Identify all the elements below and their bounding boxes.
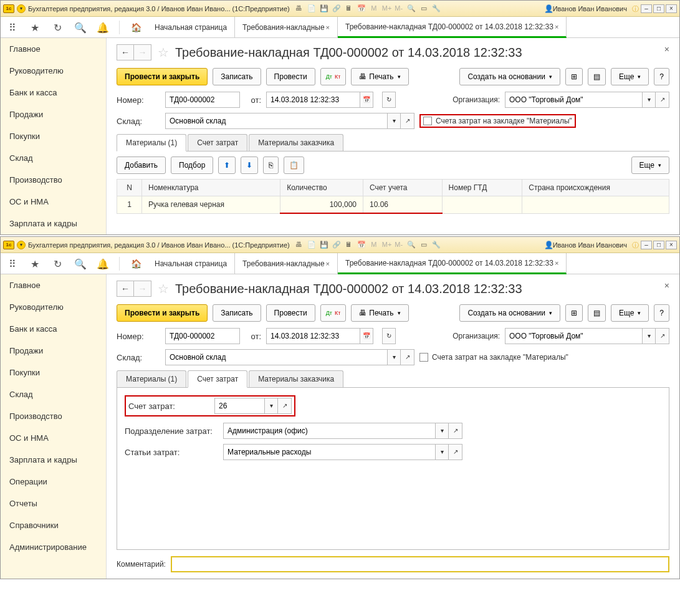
m-plus-icon[interactable]: M+ (382, 4, 391, 13)
open-icon[interactable]: ↗ (278, 398, 292, 414)
search-icon[interactable]: 🔍 (74, 258, 85, 269)
post-button[interactable]: Провести (266, 304, 315, 322)
cell-acct[interactable]: 10.06 (363, 196, 443, 214)
maximize-button[interactable]: □ (653, 4, 664, 13)
minimize-button[interactable]: – (641, 241, 652, 249)
post-and-close-button[interactable]: Провести и закрыть (117, 68, 208, 85)
sidebar-item-production[interactable]: Производство (1, 405, 106, 427)
minimize-button[interactable]: – (641, 4, 652, 13)
dropdown-icon[interactable]: ▾ (17, 241, 26, 249)
favorite-icon[interactable]: ☆ (158, 281, 169, 296)
info-icon[interactable]: ⓘ (631, 4, 639, 13)
apps-icon[interactable]: ⠿ (7, 258, 18, 269)
org-input[interactable] (505, 328, 642, 344)
calendar-icon[interactable]: 📅 (357, 4, 366, 13)
print-icon[interactable]: 🖶 (295, 241, 304, 249)
tab-cost[interactable]: Счет затрат (188, 370, 247, 388)
print-icon[interactable]: 🖶 (295, 4, 304, 13)
number-input[interactable] (165, 92, 240, 108)
dropdown-icon[interactable]: ▾ (435, 444, 449, 460)
post-button[interactable]: Провести (266, 68, 315, 85)
sidebar-item-reports[interactable]: Отчеты (1, 493, 106, 514)
refresh-icon[interactable]: ↻ (382, 92, 396, 108)
star-icon[interactable]: ★ (29, 258, 41, 269)
maximize-button[interactable]: □ (653, 241, 664, 249)
sidebar-item-admin[interactable]: Администрирование (1, 536, 106, 558)
dropdown-icon[interactable]: ▾ (642, 92, 656, 108)
m-icon[interactable]: M (370, 4, 378, 13)
table-more-button[interactable]: Еще▾ (631, 156, 669, 174)
close-tab-icon[interactable]: × (555, 259, 558, 267)
open-icon[interactable]: ↗ (401, 113, 414, 129)
open-icon[interactable]: ↗ (401, 349, 414, 365)
col-item[interactable]: Номенклатура (142, 180, 280, 196)
copy-button[interactable]: ⎘ (263, 156, 279, 174)
sidebar-item-production[interactable]: Производство (1, 169, 106, 191)
m-icon[interactable]: M (370, 241, 378, 249)
sidebar-item-warehouse[interactable]: Склад (1, 147, 106, 169)
apps-icon[interactable]: ⠿ (7, 22, 18, 33)
dtkt-button[interactable]: ДтКт (320, 68, 347, 85)
sidebar-item-operations[interactable]: Операции (1, 471, 106, 493)
user-name[interactable]: Иванов Иван Иванович (553, 5, 627, 12)
dropdown-icon[interactable]: ▾ (387, 113, 401, 129)
dropdown-icon[interactable]: ▾ (435, 423, 449, 439)
sidebar-item-sales[interactable]: Продажи (1, 340, 106, 362)
info-icon[interactable]: ⓘ (631, 241, 639, 249)
help-button[interactable]: ? (654, 304, 669, 322)
cost-item-input[interactable] (223, 444, 435, 460)
tab-materials[interactable]: Материалы (1) (117, 134, 186, 152)
link-icon[interactable]: 🔗 (332, 4, 341, 13)
save-icon[interactable]: 💾 (320, 241, 328, 249)
move-down-button[interactable]: ⬇ (241, 156, 258, 174)
sidebar-item-bank[interactable]: Банк и касса (1, 82, 106, 103)
panel-icon[interactable]: ▭ (419, 241, 428, 249)
structure-button[interactable]: ⊞ (565, 68, 583, 85)
dropdown-icon[interactable]: ▾ (264, 398, 278, 414)
sidebar-item-main[interactable]: Главное (1, 274, 106, 296)
calendar-picker-icon[interactable]: 📅 (360, 92, 373, 108)
sidebar-item-assets[interactable]: ОС и НМА (1, 427, 106, 449)
report-button[interactable]: ▤ (588, 68, 606, 85)
help-button[interactable]: ? (654, 68, 669, 85)
history-icon[interactable]: ↻ (52, 22, 63, 33)
cell-item[interactable]: Ручка гелевая черная (142, 196, 280, 214)
doc-icon[interactable]: 📄 (307, 241, 316, 249)
sidebar-item-manager[interactable]: Руководителю (1, 296, 106, 318)
table-row[interactable]: 1 Ручка гелевая черная 100,000 10.06 (117, 196, 669, 214)
tab-requisitions[interactable]: Требования-накладные× (235, 17, 338, 38)
col-gtd[interactable]: Номер ГТД (442, 180, 522, 196)
sidebar-item-warehouse[interactable]: Склад (1, 383, 106, 405)
close-tab-icon[interactable]: × (555, 23, 558, 31)
comment-input[interactable] (171, 556, 669, 572)
sidebar-item-purchases[interactable]: Покупки (1, 362, 106, 383)
back-button[interactable]: ← (117, 44, 134, 60)
sidebar-item-main[interactable]: Главное (1, 38, 106, 60)
print-button[interactable]: 🖶Печать▾ (351, 304, 408, 322)
structure-button[interactable]: ⊞ (565, 304, 583, 322)
open-icon[interactable]: ↗ (656, 328, 669, 344)
sidebar-item-payroll[interactable]: Зарплата и кадры (1, 449, 106, 471)
wrench-icon[interactable]: 🔧 (432, 4, 441, 13)
tab-customer-materials[interactable]: Материалы заказчика (249, 134, 343, 151)
close-button[interactable]: × (666, 4, 677, 13)
cell-gtd[interactable] (442, 196, 522, 214)
date-input[interactable] (266, 92, 360, 108)
sidebar-item-assets[interactable]: ОС и НМА (1, 191, 106, 213)
forward-button[interactable]: → (134, 44, 151, 60)
calc-icon[interactable]: 🖩 (345, 241, 353, 249)
tab-customer-materials[interactable]: Материалы заказчика (249, 370, 343, 387)
dtkt-button[interactable]: ДтКт (320, 304, 347, 322)
calendar-picker-icon[interactable]: 📅 (360, 328, 373, 344)
open-icon[interactable]: ↗ (449, 423, 462, 439)
date-input[interactable] (266, 328, 360, 344)
cell-country[interactable] (522, 196, 669, 214)
sidebar-item-manager[interactable]: Руководителю (1, 60, 106, 82)
calc-icon[interactable]: 🖩 (345, 4, 353, 13)
user-name[interactable]: Иванов Иван Иванович (553, 241, 627, 249)
close-tab-icon[interactable]: × (326, 260, 330, 267)
link-icon[interactable]: 🔗 (332, 241, 341, 249)
refresh-icon[interactable]: ↻ (382, 328, 396, 344)
create-based-button[interactable]: Создать на основании▾ (459, 68, 560, 85)
warehouse-input[interactable] (165, 113, 387, 129)
